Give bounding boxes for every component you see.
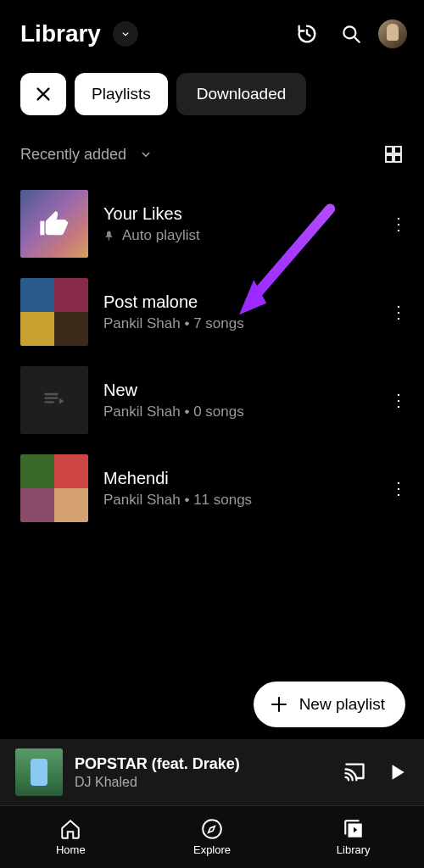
- nav-label: Library: [337, 843, 371, 856]
- cast-button[interactable]: [339, 757, 370, 787]
- svg-rect-2: [394, 147, 401, 153]
- playlist-title: Mehendi: [103, 469, 366, 488]
- header: Library: [0, 0, 424, 64]
- playlist-thumbnail: [20, 366, 88, 434]
- nav-home[interactable]: Home: [0, 806, 142, 868]
- library-dropdown[interactable]: [113, 21, 138, 47]
- home-icon: [59, 818, 81, 840]
- svg-point-5: [203, 820, 221, 838]
- svg-rect-4: [394, 155, 401, 162]
- playlist-info: New Pankil Shah • 0 songs: [103, 381, 366, 420]
- avatar[interactable]: [378, 19, 407, 48]
- playlist-icon: [42, 388, 66, 412]
- nav-label: Explore: [193, 843, 231, 856]
- chip-playlists[interactable]: Playlists: [75, 73, 168, 115]
- now-playing-bar[interactable]: POPSTAR (feat. Drake) DJ Khaled: [0, 739, 424, 805]
- play-button[interactable]: [382, 757, 412, 787]
- now-playing-title: POPSTAR (feat. Drake): [75, 755, 327, 773]
- search-icon: [340, 23, 362, 45]
- new-playlist-button[interactable]: New playlist: [254, 682, 405, 727]
- sort-button[interactable]: Recently added: [20, 146, 126, 164]
- more-button[interactable]: ⋮: [382, 478, 416, 498]
- view-toggle-button[interactable]: [383, 144, 404, 164]
- now-playing-thumbnail: [15, 748, 63, 796]
- plus-icon: [269, 694, 289, 715]
- sort-label: Recently added: [20, 146, 126, 163]
- chip-downloaded[interactable]: Downloaded: [176, 73, 307, 115]
- bottom-nav: Home Explore Library: [0, 805, 424, 868]
- playlist-subtitle: Auto playlist: [122, 227, 200, 244]
- playlist-list: Your Likes Auto playlist ⋮ Post malone P…: [0, 180, 424, 532]
- cast-icon: [343, 760, 366, 784]
- history-icon: [295, 22, 319, 46]
- pin-icon: [103, 230, 115, 242]
- playlist-thumbnail: [20, 454, 88, 522]
- filter-chips: Playlists Downloaded: [0, 64, 424, 132]
- more-button[interactable]: ⋮: [382, 214, 416, 234]
- playlist-row[interactable]: New Pankil Shah • 0 songs ⋮: [20, 356, 416, 444]
- svg-rect-3: [386, 155, 393, 162]
- thumbs-up-icon: [37, 207, 71, 241]
- close-icon: [34, 85, 53, 103]
- playlist-subtitle: Pankil Shah • 0 songs: [103, 403, 244, 420]
- playlist-thumbnail: [20, 278, 88, 346]
- sort-row: Recently added: [0, 132, 424, 180]
- now-playing-info: POPSTAR (feat. Drake) DJ Khaled: [75, 755, 327, 790]
- svg-rect-1: [386, 147, 393, 153]
- more-button[interactable]: ⋮: [382, 302, 416, 322]
- page-title: Library: [20, 20, 101, 47]
- playlist-subtitle: Pankil Shah • 7 songs: [103, 315, 244, 332]
- more-button[interactable]: ⋮: [382, 390, 416, 410]
- playlist-thumbnail: [20, 190, 88, 258]
- fab-label: New playlist: [299, 695, 385, 714]
- chevron-down-icon: [138, 147, 153, 162]
- explore-icon: [201, 818, 223, 840]
- clear-filter-button[interactable]: [20, 73, 66, 115]
- nav-library[interactable]: Library: [282, 806, 424, 868]
- playlist-row[interactable]: Your Likes Auto playlist ⋮: [20, 180, 416, 268]
- library-icon: [343, 818, 365, 840]
- nav-label: Home: [56, 843, 86, 856]
- grid-icon: [383, 144, 404, 164]
- playlist-subtitle: Pankil Shah • 11 songs: [103, 492, 252, 509]
- nav-explore[interactable]: Explore: [142, 806, 283, 868]
- playlist-row[interactable]: Mehendi Pankil Shah • 11 songs ⋮: [20, 444, 416, 532]
- search-button[interactable]: [334, 17, 368, 51]
- chevron-down-icon: [120, 28, 131, 40]
- now-playing-artist: DJ Khaled: [75, 775, 327, 790]
- playlist-info: Mehendi Pankil Shah • 11 songs: [103, 469, 366, 509]
- playlist-title: New: [103, 381, 366, 400]
- play-icon: [386, 761, 408, 783]
- svg-point-0: [343, 26, 355, 38]
- history-button[interactable]: [290, 17, 324, 51]
